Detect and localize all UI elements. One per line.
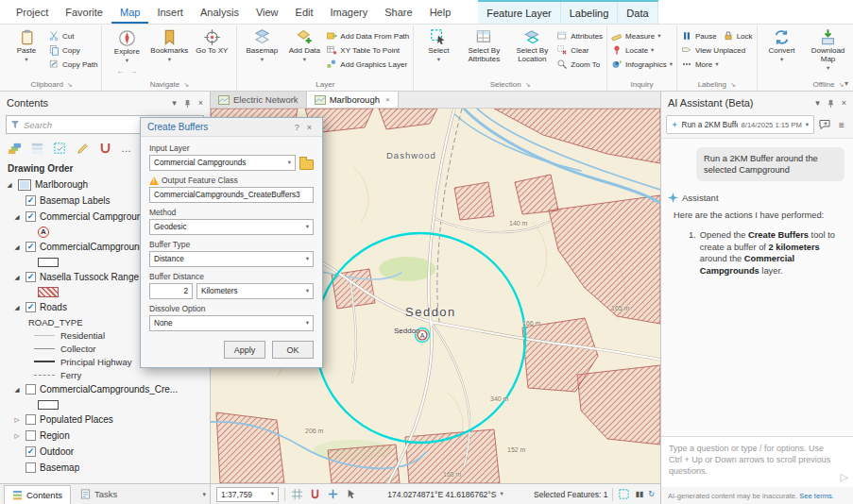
infographics-button[interactable]: Infographics ▾	[611, 59, 673, 70]
coordinates-display[interactable]: 174.0274871°E 41.6186762°S ▾	[387, 490, 503, 499]
close-dialog-icon[interactable]: ×	[303, 123, 316, 132]
layer-checkbox[interactable]: ✓	[26, 242, 36, 252]
locate-button[interactable]: Locate ▾	[611, 44, 673, 56]
expander-icon[interactable]: ◢	[12, 213, 22, 221]
tab-map[interactable]: Map	[111, 0, 148, 24]
collapse-ribbon-icon[interactable]: ▾	[844, 79, 848, 88]
attributes-button[interactable]: Attributes	[556, 30, 603, 42]
expander-icon[interactable]: ◢	[12, 386, 22, 394]
tab-favorite[interactable]: Favorite	[57, 0, 111, 24]
layer-checkbox[interactable]	[26, 384, 36, 395]
layer-row-region[interactable]: ▷ Region	[0, 428, 210, 444]
pane-menu-icon[interactable]: ▾	[815, 98, 820, 108]
expander-icon[interactable]: ◢	[12, 304, 22, 311]
expander-icon[interactable]: ▷	[12, 432, 22, 440]
dialog-launcher-icon[interactable]: ↘	[730, 81, 736, 88]
layer-checkbox[interactable]: ✓	[26, 272, 36, 282]
buffer-unit-combo[interactable]: Kilometers▾	[196, 283, 314, 299]
tab-data[interactable]: Data	[618, 2, 657, 24]
cut-button[interactable]: Cut	[48, 30, 97, 42]
apply-button[interactable]: Apply	[224, 341, 265, 359]
scale-combo[interactable]: 1:37,759 ▾	[216, 487, 279, 502]
explore-button[interactable]: Explore ▾	[106, 28, 147, 64]
magnet-icon[interactable]	[309, 488, 321, 500]
layer-checkbox[interactable]: ✓	[26, 195, 36, 206]
view-tab-electric-network[interactable]: Electric Network	[211, 92, 307, 108]
edit-icon[interactable]	[76, 142, 90, 156]
select-by-attributes-button[interactable]: Select By Attributes	[460, 27, 507, 65]
see-terms-link[interactable]: See terms.	[799, 492, 834, 500]
pane-menu-icon[interactable]: ▾	[172, 98, 177, 108]
new-chat-icon[interactable]	[818, 118, 831, 131]
close-pane-icon[interactable]: ×	[842, 98, 846, 108]
go-to-xy-button[interactable]: Go To XY	[191, 27, 232, 57]
buffer-type-combo[interactable]: Distance▾	[149, 251, 314, 267]
download-map-button[interactable]: Download Map ▾	[804, 27, 853, 72]
add-point-icon[interactable]	[327, 488, 339, 500]
previous-extent-button[interactable]: ←	[116, 67, 124, 76]
send-icon[interactable]: ▷	[841, 471, 848, 483]
tab-share[interactable]: Share	[376, 0, 420, 24]
layer-checkbox[interactable]: ✓	[26, 446, 36, 457]
pin-icon[interactable]	[183, 99, 192, 108]
dissolve-option-combo[interactable]: None▾	[149, 315, 314, 331]
expander-icon[interactable]: ▷	[12, 416, 22, 424]
conversation-history-dropdown[interactable]: Run a 2KM Buffer arou... 8/14/2025 1:15 …	[666, 115, 814, 134]
basemap-button[interactable]: Basemap ▾	[241, 27, 282, 63]
chevron-down-icon[interactable]: ▾	[202, 491, 206, 497]
add-data-button[interactable]: Add Data ▾	[283, 27, 325, 63]
refresh-map-button[interactable]: ↻	[648, 490, 655, 498]
input-layer-combo[interactable]: Commercial Campgrounds ▾	[149, 155, 296, 171]
lock-labels-button[interactable]: Lock	[723, 30, 753, 42]
copy-path-button[interactable]: Copy Path	[48, 59, 97, 70]
data-source-icon[interactable]	[30, 142, 44, 156]
layer-checkbox[interactable]	[26, 462, 36, 473]
output-feature-class-input[interactable]: CommercialCampgrounds_CreateBuffers3	[149, 187, 314, 203]
dialog-launcher-icon[interactable]: ↘	[67, 81, 73, 88]
dialog-title-bar[interactable]: Create Buffers ? ×	[141, 118, 322, 137]
layer-checkbox[interactable]: ✓	[26, 302, 36, 312]
ok-button[interactable]: OK	[272, 341, 314, 359]
close-pane-icon[interactable]: ×	[198, 98, 203, 108]
layer-checkbox[interactable]: ✓	[26, 211, 36, 222]
help-icon[interactable]: ?	[291, 123, 303, 132]
layer-row-populated-places[interactable]: ▷ Populated Places	[0, 412, 210, 428]
layer-row-buffer-output-2[interactable]: ◢ CommercialCampgrounds_Cre...	[0, 381, 210, 397]
tab-contents[interactable]: Contents	[4, 485, 71, 504]
pause-drawing-button[interactable]: ▮▮	[635, 490, 643, 498]
more-labeling-button[interactable]: More ▾	[681, 59, 753, 70]
tab-analysis[interactable]: Analysis	[192, 0, 247, 24]
tab-labeling[interactable]: Labeling	[561, 2, 619, 24]
measure-button[interactable]: Measure ▾	[611, 30, 673, 42]
layer-row-basemap[interactable]: Basemap	[0, 460, 210, 476]
expander-icon[interactable]: ◢	[5, 181, 14, 189]
selection-badge-icon[interactable]	[618, 488, 630, 500]
next-extent-button[interactable]: →	[129, 67, 137, 76]
convert-button[interactable]: Convert ▾	[761, 27, 803, 63]
select-by-location-button[interactable]: Select By Location	[508, 27, 555, 65]
buffer-distance-input[interactable]: 2	[149, 283, 193, 299]
close-tab-icon[interactable]: ×	[385, 95, 390, 104]
copy-button[interactable]: Copy	[48, 44, 97, 56]
paste-button[interactable]: Paste ▾	[6, 27, 47, 63]
add-graphics-layer-button[interactable]: Add Graphics Layer	[326, 59, 409, 70]
pointer-icon[interactable]	[345, 488, 357, 500]
layer-row-outdoor[interactable]: ✓ Outdoor	[0, 444, 210, 460]
bookmarks-button[interactable]: Bookmarks ▾	[148, 27, 190, 63]
select-button[interactable]: Select ▾	[418, 27, 459, 63]
layer-checkbox[interactable]	[26, 430, 36, 441]
tab-insert[interactable]: Insert	[148, 0, 192, 24]
tab-help[interactable]: Help	[421, 0, 460, 24]
view-unplaced-button[interactable]: View Unplaced	[681, 44, 753, 56]
pause-labeling-button[interactable]: Pause	[681, 30, 717, 42]
layer-checkbox[interactable]	[26, 414, 36, 425]
zoom-to-button[interactable]: Zoom To	[556, 59, 603, 70]
snapping-icon[interactable]	[98, 142, 112, 156]
clear-button[interactable]: Clear	[556, 44, 603, 56]
prompt-input[interactable]: Type a question or type / for options. U…	[661, 436, 853, 487]
dialog-launcher-icon[interactable]: ↘	[838, 81, 844, 88]
tab-feature-layer[interactable]: Feature Layer	[478, 2, 560, 24]
add-data-from-path-button[interactable]: Add Data From Path	[326, 30, 409, 42]
menu-icon[interactable]: ≡	[835, 118, 848, 131]
tab-imagery[interactable]: Imagery	[322, 0, 377, 24]
